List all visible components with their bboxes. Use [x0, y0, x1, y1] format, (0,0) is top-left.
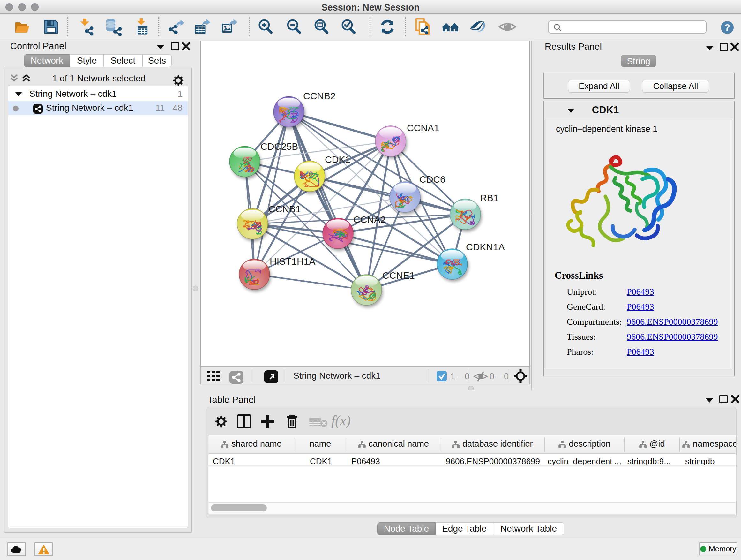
- svg-text:CCNB1: CCNB1: [268, 204, 301, 214]
- svg-text:?: ?: [724, 22, 730, 33]
- svg-text:HIST1H1A: HIST1H1A: [270, 256, 315, 266]
- svg-text:CCNA2: CCNA2: [353, 214, 386, 225]
- svg-text:CDK1: CDK1: [325, 154, 350, 165]
- svg-text:CCNA1: CCNA1: [407, 123, 440, 133]
- svg-text:RB1: RB1: [480, 192, 498, 203]
- svg-text:CCNE1: CCNE1: [382, 270, 415, 281]
- svg-text:CDC25B: CDC25B: [260, 141, 298, 152]
- svg-text:CDKN1A: CDKN1A: [466, 242, 505, 252]
- svg-text:CCNB2: CCNB2: [303, 91, 336, 101]
- svg-text:CDC6: CDC6: [419, 174, 446, 185]
